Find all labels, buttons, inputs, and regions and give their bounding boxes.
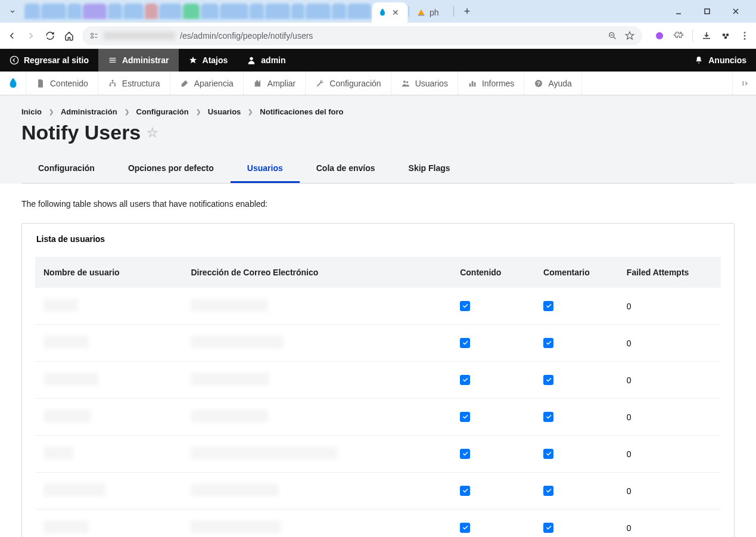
tab-separator	[453, 6, 454, 17]
phpmyadmin-icon	[416, 8, 426, 17]
admin-menu-collapse-button[interactable]	[732, 72, 756, 95]
tab-inactive-blurred[interactable]	[24, 4, 40, 19]
tab-inactive-blurred[interactable]	[201, 4, 219, 19]
page-content: Inicio ❯ Administración ❯ Configuración …	[0, 95, 756, 537]
nav-back-button[interactable]	[6, 30, 18, 42]
nav-reload-button[interactable]	[44, 30, 56, 42]
svg-point-21	[403, 80, 406, 83]
breadcrumb-config[interactable]: Configuración	[136, 107, 189, 116]
tab-inactive-blurred[interactable]	[41, 4, 66, 19]
checkbox-checked[interactable]	[460, 301, 470, 311]
cell-failed: 0	[618, 473, 721, 510]
tab-defaults[interactable]: Opciones por defecto	[111, 155, 231, 183]
menu-dots-icon[interactable]	[739, 30, 750, 41]
breadcrumb-home[interactable]: Inicio	[21, 107, 42, 116]
favorite-star-icon[interactable]: ☆	[147, 125, 158, 141]
site-info-icon[interactable]	[89, 31, 99, 41]
admin-menu-appearance[interactable]: Apariencia	[170, 72, 244, 95]
collapse-icon	[740, 79, 749, 88]
tab-inactive-blurred[interactable]	[108, 4, 122, 19]
address-bar[interactable]: /es/admin/config/people/notify/users	[82, 26, 642, 45]
tab-inactive-blurred[interactable]	[123, 4, 144, 19]
admin-menu-extend[interactable]: Ampliar	[244, 72, 306, 95]
nav-home-button[interactable]	[63, 30, 75, 42]
downloads-icon[interactable]	[701, 30, 712, 41]
drupal-home-link[interactable]	[0, 72, 26, 95]
svg-point-17	[250, 57, 253, 60]
zoom-icon[interactable]	[608, 31, 617, 41]
tab-inactive-blurred[interactable]	[332, 4, 346, 19]
tab-active[interactable]: ✕	[372, 2, 407, 23]
admin-menu-content[interactable]: Contenido	[26, 72, 98, 95]
browser-chrome: ✕ ph + /es/admin/config/people/notify/us…	[0, 0, 756, 49]
admin-menu-help[interactable]: ? Ayuda	[524, 72, 581, 95]
cell-content	[452, 288, 535, 325]
bookmark-star-icon[interactable]	[624, 30, 635, 41]
tab-inactive-blurred[interactable]	[306, 4, 331, 19]
checkbox-checked[interactable]	[460, 338, 470, 348]
breadcrumb-admin[interactable]: Administración	[61, 107, 117, 116]
cell-email	[182, 510, 452, 538]
window-maximize-button[interactable]	[695, 2, 719, 20]
svg-point-10	[723, 33, 726, 36]
svg-rect-24	[472, 81, 474, 86]
shortcuts-button[interactable]: Atajos	[179, 49, 238, 72]
tab-inactive-blurred[interactable]	[220, 4, 248, 19]
checkbox-checked[interactable]	[543, 375, 553, 385]
nav-forward-button[interactable]	[25, 30, 37, 42]
admin-menu-structure[interactable]: Estructura	[98, 72, 170, 95]
checkbox-checked[interactable]	[543, 449, 553, 459]
cell-content	[452, 325, 535, 362]
tab-skip-flags[interactable]: Skip Flags	[392, 155, 467, 183]
tab-users[interactable]: Usuarios	[231, 155, 300, 183]
cell-content	[452, 399, 535, 436]
table-row: 0	[35, 399, 721, 436]
tab-configuration[interactable]: Configuración	[21, 155, 111, 183]
user-button[interactable]: admin	[237, 49, 295, 72]
toolbar-separator	[692, 30, 693, 42]
tab-inactive[interactable]: ph	[410, 2, 452, 23]
breadcrumb-users[interactable]: Usuarios	[208, 107, 241, 116]
checkbox-checked[interactable]	[460, 412, 470, 422]
checkbox-checked[interactable]	[543, 412, 553, 422]
tab-close-button[interactable]: ✕	[392, 8, 399, 17]
th-comment: Comentario	[535, 257, 618, 288]
window-close-button[interactable]	[724, 2, 748, 20]
tab-inactive-blurred[interactable]	[347, 4, 371, 19]
checkbox-checked[interactable]	[543, 486, 553, 496]
tab-inactive-blurred[interactable]	[250, 4, 264, 19]
window-minimize-button[interactable]	[667, 2, 690, 20]
checkbox-checked[interactable]	[543, 338, 553, 348]
checkbox-checked[interactable]	[460, 449, 470, 459]
tab-inactive-blurred[interactable]	[291, 4, 304, 19]
tab-queue[interactable]: Cola de envíos	[300, 155, 392, 183]
admin-menu-configuration[interactable]: Configuración	[306, 72, 391, 95]
tab-inactive-blurred[interactable]	[159, 4, 182, 19]
announcements-button[interactable]: Anuncios	[685, 49, 756, 72]
paintbrush-icon	[180, 79, 189, 88]
checkbox-checked[interactable]	[543, 301, 553, 311]
cell-username	[35, 325, 182, 362]
profile-icon[interactable]	[720, 30, 731, 41]
th-failed: Failed Attempts	[618, 257, 721, 288]
extension-icon[interactable]	[654, 30, 665, 41]
back-to-site-button[interactable]: Regresar al sitio	[0, 49, 98, 72]
tab-search-button[interactable]	[6, 5, 19, 18]
checkbox-checked[interactable]	[543, 523, 553, 533]
url-path: /es/admin/config/people/notify/users	[180, 31, 313, 41]
admin-menu-people[interactable]: Usuarios	[391, 72, 458, 95]
extensions-puzzle-icon[interactable]	[673, 30, 684, 41]
tab-inactive-blurred[interactable]	[83, 4, 107, 19]
tab-inactive-blurred[interactable]	[67, 4, 82, 19]
checkbox-checked[interactable]	[460, 523, 470, 533]
cell-comment	[535, 436, 618, 473]
tab-inactive-blurred[interactable]	[265, 4, 290, 19]
manage-button[interactable]: Administrar	[98, 49, 179, 72]
admin-menu-reports[interactable]: Informes	[458, 72, 524, 95]
tab-inactive-blurred[interactable]	[145, 4, 158, 19]
checkbox-checked[interactable]	[460, 486, 470, 496]
svg-rect-2	[91, 33, 94, 35]
new-tab-button[interactable]: +	[459, 3, 475, 20]
checkbox-checked[interactable]	[460, 375, 470, 385]
tab-inactive-blurred[interactable]	[183, 4, 200, 19]
